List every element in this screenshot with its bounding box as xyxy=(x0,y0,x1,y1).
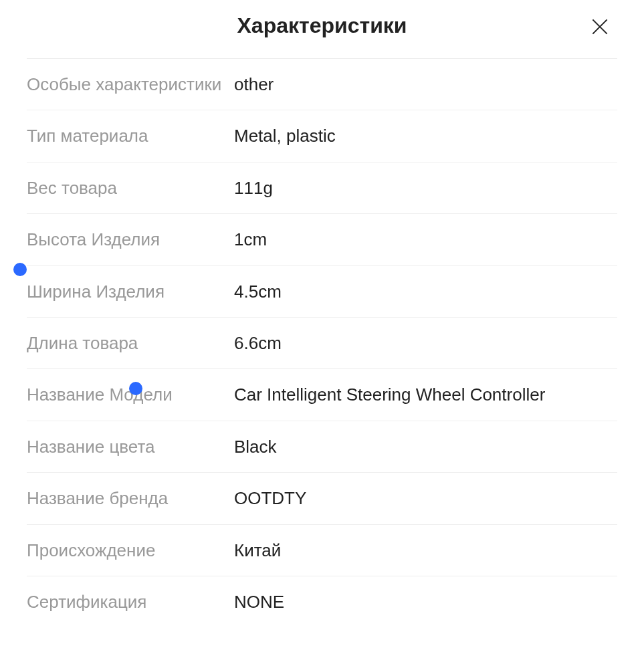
spec-row: Тип материала Metal, plastic xyxy=(27,110,617,161)
spec-label: Высота Изделия xyxy=(27,227,234,251)
modal-header: Характеристики xyxy=(0,0,644,58)
spec-label: Название бренда xyxy=(27,486,234,510)
spec-row: Сертификация NONE xyxy=(27,576,617,627)
marker-dot xyxy=(129,382,142,395)
close-icon xyxy=(589,16,611,37)
spec-label: Ширина Изделия xyxy=(27,280,234,304)
spec-row: Длина товара 6.6cm xyxy=(27,317,617,368)
spec-value: 4.5cm xyxy=(234,280,617,304)
spec-row: Происхождение Китай xyxy=(27,524,617,576)
spec-row: Название Модели Car Intelligent Steering… xyxy=(27,368,617,420)
spec-label: Тип материала xyxy=(27,124,234,148)
modal-title: Характеристики xyxy=(237,13,407,38)
spec-value: other xyxy=(234,72,617,96)
spec-row: Вес товара 111g xyxy=(27,162,617,213)
spec-row: Особые характеристики other xyxy=(27,58,617,110)
spec-label: Особые характеристики xyxy=(27,72,234,96)
spec-value: 1cm xyxy=(234,227,617,251)
spec-label: Происхождение xyxy=(27,538,234,562)
spec-row: Ширина Изделия 4.5cm xyxy=(27,265,617,317)
spec-row: Название бренда OOTDTY xyxy=(27,472,617,524)
specifications-modal: Характеристики Особые характеристики oth… xyxy=(0,0,644,627)
marker-dot xyxy=(13,263,27,276)
spec-value: Metal, plastic xyxy=(234,124,617,148)
spec-row: Название цвета Black xyxy=(27,421,617,472)
spec-value: 111g xyxy=(234,176,617,200)
spec-label: Вес товара xyxy=(27,176,234,200)
spec-value: NONE xyxy=(234,590,617,614)
spec-value: OOTDTY xyxy=(234,486,617,510)
spec-value: Car Intelligent Steering Wheel Controlle… xyxy=(234,382,617,407)
spec-label: Длина товара xyxy=(27,331,234,355)
spec-value: Black xyxy=(234,435,617,459)
spec-label: Сертификация xyxy=(27,590,234,614)
spec-label: Название цвета xyxy=(27,435,234,459)
spec-value: 6.6cm xyxy=(234,331,617,355)
spec-row: Высота Изделия 1cm xyxy=(27,213,617,265)
spec-list: Особые характеристики other Тип материал… xyxy=(0,58,644,627)
spec-value: Китай xyxy=(234,538,617,562)
close-button[interactable] xyxy=(589,16,611,37)
